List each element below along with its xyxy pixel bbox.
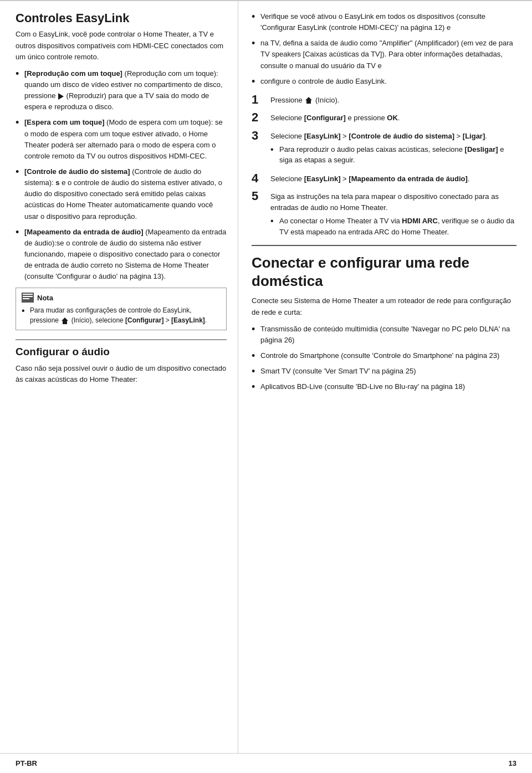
left-intro: Com o EasyLink, você pode controlar o Ho…: [16, 29, 227, 62]
left-section-title: Controles EasyLink: [16, 11, 227, 25]
sub-list-item: • Para reproduzir o áudio pelas caixas a…: [270, 144, 516, 166]
page: Controles EasyLink Com o EasyLink, você …: [0, 0, 532, 773]
list-item: • Smart TV (consulte 'Ver Smart TV' na p…: [252, 366, 516, 377]
nota-header: Nota: [22, 293, 221, 303]
list-item: • [Mapeamento da entrada de áudio] (Mape…: [16, 227, 227, 283]
bullet-content: Smart TV (consulte 'Ver Smart TV' na pág…: [260, 366, 516, 377]
step-number: 4: [252, 171, 267, 186]
nota-icon: [22, 293, 34, 303]
bullet-dot: •: [270, 216, 276, 227]
list-item: • na TV, defina a saída de áudio como "A…: [252, 38, 516, 71]
sub-text: Ao conectar o Home Theater à TV via HDMI…: [279, 216, 516, 237]
step-content: Pressione (Início).: [270, 93, 516, 106]
bullet-dot: •: [270, 144, 276, 156]
svg-rect-2: [23, 296, 33, 297]
bullet-dot: •: [22, 305, 27, 316]
conectar-intro: Conecte seu Sistema de Home Theater a um…: [252, 295, 516, 318]
bullet-content: configure o controle de áudio EasyLink.: [260, 76, 516, 87]
configurar-text: Caso não seja possível ouvir o áudio de …: [16, 363, 227, 385]
nota-content: • Para mudar as configurações de control…: [22, 305, 221, 325]
step-item: 3 Selecione [EasyLink] > [Controle de áu…: [252, 129, 516, 168]
list-item: • Verifique se você ativou o EasyLink em…: [252, 11, 516, 33]
bullet-content: Aplicativos BD-Live (consulte 'BD-Live n…: [260, 381, 516, 392]
home-icon: [61, 317, 69, 325]
configurar-title: Configurar o áudio: [16, 346, 227, 359]
list-item: • [Controle de áudio do sistema] (Contro…: [16, 166, 227, 222]
step-item: 4 Selecione [EasyLink] > [Mapeamento da …: [252, 171, 516, 186]
bullet-dot: •: [252, 38, 257, 48]
svg-marker-5: [305, 97, 312, 104]
step-number: 3: [252, 129, 267, 143]
step-content: Selecione [EasyLink] > [Mapeamento da en…: [270, 171, 516, 185]
conectar-section: Conectar e configurar uma rede doméstica…: [252, 245, 516, 392]
list-item: • [Reprodução com um toque] (Reprodução …: [16, 68, 227, 113]
step-content: Siga as instruções na tela para mapear o…: [270, 189, 516, 239]
bullet-bold: [Controle de áudio do sistema]: [24, 167, 130, 176]
footer-bar: PT-BR 13: [0, 753, 532, 773]
bullet-dot: •: [252, 12, 257, 22]
play-icon: [58, 93, 64, 100]
svg-rect-1: [23, 294, 33, 295]
step-number: 1: [252, 93, 267, 107]
bullet-dot: •: [16, 227, 21, 237]
bullet-dot: •: [252, 366, 257, 376]
sub-list-item: • Ao conectar o Home Theater à TV via HD…: [270, 216, 516, 237]
bullet-content: Verifique se você ativou o EasyLink em t…: [260, 11, 516, 33]
bullet-content: na TV, defina a saída de áudio como "Amp…: [260, 38, 516, 71]
nota-box: Nota • Para mudar as configurações de co…: [16, 288, 227, 330]
footer-page-number: 13: [509, 759, 516, 767]
nota-label: Nota: [37, 294, 53, 302]
bullet-bold: [Espera com um toque]: [24, 118, 104, 126]
list-item: • Controle do Smartphone (consulte 'Cont…: [252, 350, 516, 361]
bullet-content: [Reprodução com um toque] (Reprodução co…: [24, 68, 227, 113]
step-item: 5 Siga as instruções na tela para mapear…: [252, 189, 516, 239]
bullet-dot: •: [252, 324, 257, 334]
step-number: 2: [252, 110, 267, 125]
list-item: • Aplicativos BD-Live (consulte 'BD-Live…: [252, 381, 516, 392]
bullet-dot: •: [252, 382, 257, 392]
nota-text: Para mudar as configurações de controle …: [30, 305, 221, 325]
bullet-content: [Espera com um toque] (Modo de espera co…: [24, 117, 227, 162]
bullet-dot: •: [252, 76, 257, 86]
right-column: • Verifique se você ativou o EasyLink em…: [238, 1, 532, 753]
conectar-bullet-list: • Transmissão de conteúdo multimídia (co…: [252, 324, 516, 393]
bullet-dot: •: [16, 117, 21, 127]
left-column: Controles EasyLink Com o EasyLink, você …: [0, 1, 238, 753]
step-number: 5: [252, 189, 267, 203]
sub-text: Para reproduzir o áudio pelas caixas acú…: [279, 144, 516, 166]
bullet-content: [Controle de áudio do sistema] (Controle…: [24, 166, 227, 222]
footer-lang: PT-BR: [16, 759, 37, 767]
bullet-dot: •: [252, 351, 257, 361]
step-content: Selecione [EasyLink] > [Controle de áudi…: [270, 129, 516, 168]
list-item: • configure o controle de áudio EasyLink…: [252, 76, 516, 87]
left-bullet-list: • [Reprodução com um toque] (Reprodução …: [16, 68, 227, 283]
svg-marker-4: [62, 318, 68, 324]
step-item: 2 Selecione [Configurar] e pressione OK.: [252, 110, 516, 125]
step-sub-list: • Ao conectar o Home Theater à TV via HD…: [270, 216, 516, 237]
bullet-content: [Mapeamento da entrada de áudio] (Mapeam…: [24, 227, 227, 283]
bullet-bold: [Mapeamento da entrada de áudio]: [24, 228, 144, 236]
list-item: • [Espera com um toque] (Modo de espera …: [16, 117, 227, 162]
svg-rect-3: [23, 298, 29, 299]
numbered-steps: 1 Pressione (Início). 2 Selecione [Confi…: [252, 93, 516, 240]
step-item: 1 Pressione (Início).: [252, 93, 516, 107]
step-sub-list: • Para reproduzir o áudio pelas caixas a…: [270, 144, 516, 166]
bullet-dot: •: [16, 69, 21, 79]
section-rule: [16, 339, 227, 340]
right-bullet-list: • Verifique se você ativou o EasyLink em…: [252, 11, 516, 87]
content-area: Controles EasyLink Com o EasyLink, você …: [0, 1, 532, 773]
step-content: Selecione [Configurar] e pressione OK.: [270, 110, 516, 124]
list-item: • Transmissão de conteúdo multimídia (co…: [252, 324, 516, 346]
bullet-dot: •: [16, 167, 21, 177]
bullet-content: Controle do Smartphone (consulte 'Contro…: [260, 350, 516, 361]
conectar-title: Conectar e configurar uma rede doméstica: [252, 254, 516, 290]
bullet-bold: [Reprodução com um toque]: [24, 69, 122, 78]
home-icon: [305, 96, 313, 104]
bullet-content: Transmissão de conteúdo multimídia (cons…: [260, 324, 516, 346]
